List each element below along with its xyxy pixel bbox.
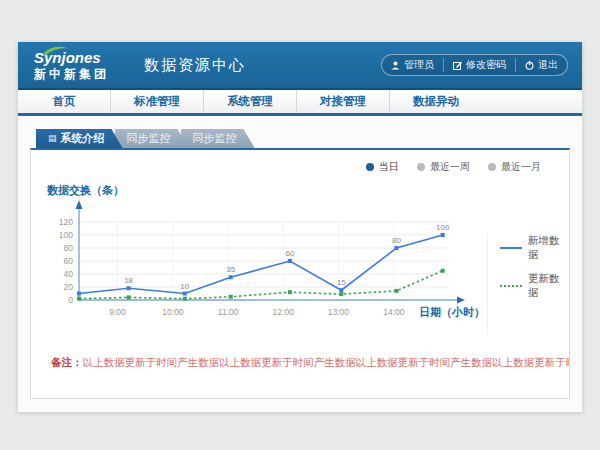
radio-dot-icon xyxy=(417,163,425,171)
nav-item-label: 系统管理 xyxy=(227,94,273,109)
nav-item-label: 首页 xyxy=(53,94,76,109)
document-icon: ▤ xyxy=(48,134,57,143)
legend-item-new-data: 新增数据 xyxy=(500,234,569,262)
chart-canvas: 数据交换（条）0204060801001209:0010:0011:0012:0… xyxy=(45,182,487,330)
app-window: Synjones 新中新集团 数据资源中心 管理员 修改密码 xyxy=(18,42,582,412)
svg-text:数据交换（条）: 数据交换（条） xyxy=(46,184,124,197)
user-icon xyxy=(391,61,400,70)
app-header: Synjones 新中新集团 数据资源中心 管理员 修改密码 xyxy=(18,42,582,90)
svg-text:10:00: 10:00 xyxy=(162,307,184,317)
svg-text:80: 80 xyxy=(64,243,74,253)
radio-last-month[interactable]: 最近一月 xyxy=(488,160,541,174)
tab-label: 系统介绍 xyxy=(61,129,105,148)
nav-item-standard-mgmt[interactable]: 标准管理 xyxy=(110,90,203,113)
svg-text:10: 10 xyxy=(180,282,189,291)
radio-label: 当日 xyxy=(379,160,399,174)
nav-item-label: 标准管理 xyxy=(134,94,180,109)
svg-text:13:00: 13:00 xyxy=(328,307,350,317)
radio-label: 最近一月 xyxy=(501,160,541,174)
svg-text:11:00: 11:00 xyxy=(218,307,239,317)
svg-text:120: 120 xyxy=(59,217,73,227)
radio-dot-icon xyxy=(366,163,374,171)
change-password-button[interactable]: 修改密码 xyxy=(443,58,515,72)
legend-label: 更新数据 xyxy=(528,272,569,300)
tab-system-intro[interactable]: ▤ 系统介绍 xyxy=(36,129,123,148)
logout-button[interactable]: 退出 xyxy=(515,58,567,72)
blue-line-icon xyxy=(500,247,522,249)
legend-item-updated-data: 更新数据 xyxy=(500,272,569,300)
tab-label: 同步监控 xyxy=(127,129,171,148)
green-dotted-line-icon xyxy=(500,285,522,287)
content-area: ▤ 系统介绍 同步监控 同步监控 当日 最近一周 xyxy=(18,116,582,399)
nav-item-home[interactable]: 首页 xyxy=(18,90,110,113)
svg-text:60: 60 xyxy=(64,256,74,266)
tab-bar: ▤ 系统介绍 同步监控 同步监控 xyxy=(30,129,570,148)
main-nav: 首页 标准管理 系统管理 对接管理 数据异动 xyxy=(18,90,582,116)
svg-text:20: 20 xyxy=(64,282,74,292)
logo-subtext: 新中新集团 xyxy=(34,68,130,80)
svg-text:100: 100 xyxy=(436,223,450,232)
chart-legend: 新增数据 更新数据 xyxy=(487,234,569,334)
user-name-label: 管理员 xyxy=(404,58,434,72)
svg-text:35: 35 xyxy=(226,265,235,274)
chart-row: 数据交换（条）0204060801001209:0010:0011:0012:0… xyxy=(31,182,569,334)
logo-swoosh-icon xyxy=(42,46,68,56)
tab-sync-monitor-1[interactable]: 同步监控 xyxy=(115,129,189,148)
user-menu: 管理员 修改密码 退出 xyxy=(381,54,568,76)
svg-text:9:00: 9:00 xyxy=(109,307,126,317)
svg-text:100: 100 xyxy=(59,230,73,240)
nav-item-label: 数据异动 xyxy=(413,94,459,109)
tab-sync-monitor-2[interactable]: 同步监控 xyxy=(181,129,255,148)
tab-label: 同步监控 xyxy=(193,129,237,148)
logo: Synjones 新中新集团 xyxy=(34,50,130,80)
change-password-label: 修改密码 xyxy=(466,58,506,72)
svg-text:18: 18 xyxy=(124,276,133,285)
chart-panel: 当日 最近一周 最近一月 数据交换（条）0204060801001209:001… xyxy=(30,148,570,399)
svg-text:0: 0 xyxy=(68,295,73,305)
time-range-filter: 当日 最近一周 最近一月 xyxy=(366,160,541,174)
svg-text:60: 60 xyxy=(285,249,294,258)
page-title: 数据资源中心 xyxy=(144,56,246,75)
legend-label: 新增数据 xyxy=(528,234,569,262)
line-chart: 数据交换（条）0204060801001209:0010:0011:0012:0… xyxy=(45,182,487,334)
radio-last-week[interactable]: 最近一周 xyxy=(417,160,470,174)
svg-text:80: 80 xyxy=(392,236,401,245)
svg-text:15: 15 xyxy=(337,278,346,287)
edit-icon xyxy=(453,61,462,70)
radio-label: 最近一周 xyxy=(430,160,470,174)
nav-item-system-mgmt[interactable]: 系统管理 xyxy=(203,90,296,113)
radio-today[interactable]: 当日 xyxy=(366,160,399,174)
svg-text:40: 40 xyxy=(64,269,74,279)
svg-text:14:00: 14:00 xyxy=(383,307,405,317)
radio-dot-icon xyxy=(488,163,496,171)
footnote: 备注：以上数据更新于时间产生数据以上数据更新于时间产生数据以上数据更新于时间产生… xyxy=(31,356,569,370)
nav-item-data-change[interactable]: 数据异动 xyxy=(389,90,482,113)
nav-item-label: 对接管理 xyxy=(320,94,366,109)
logout-label: 退出 xyxy=(538,58,558,72)
power-icon xyxy=(525,61,534,70)
user-name-button[interactable]: 管理员 xyxy=(382,58,443,72)
nav-item-interface-mgmt[interactable]: 对接管理 xyxy=(296,90,389,113)
svg-text:12:00: 12:00 xyxy=(273,307,295,317)
footnote-text: 以上数据更新于时间产生数据以上数据更新于时间产生数据以上数据更新于时间产生数据以… xyxy=(83,356,570,368)
svg-text:日期（小时）: 日期（小时） xyxy=(419,306,485,319)
footnote-prefix: 备注： xyxy=(51,356,83,368)
